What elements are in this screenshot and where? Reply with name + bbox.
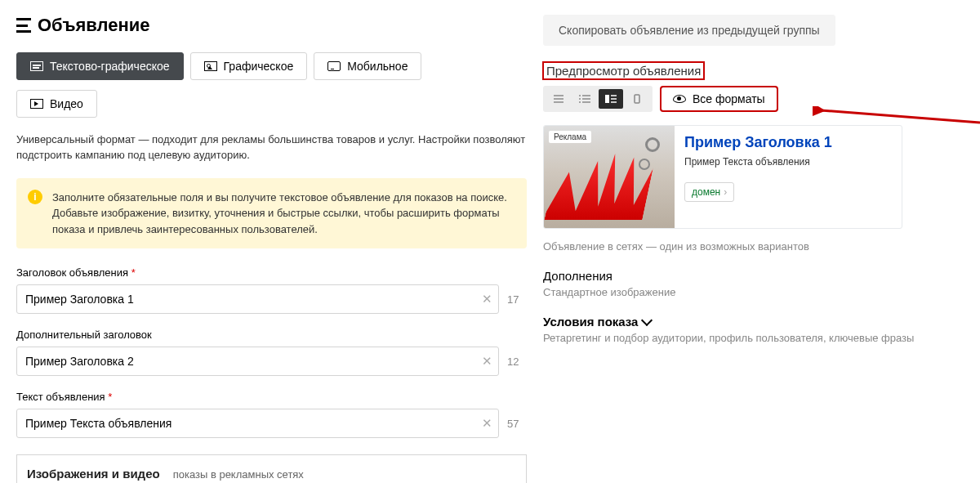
addons-title: Дополнения — [543, 269, 964, 283]
eye-icon — [673, 95, 686, 103]
title1-counter: 17 — [507, 293, 527, 306]
copy-previous-button[interactable]: Скопировать объявление из предыдущей гру… — [543, 15, 835, 46]
annotation-arrow — [813, 106, 980, 131]
title2-counter: 12 — [507, 356, 527, 368]
title1-label: Заголовок объявления * — [16, 266, 527, 279]
all-formats-button[interactable]: Все форматы — [661, 87, 777, 111]
mobile-icon — [327, 61, 341, 71]
addons-text: Стандартное изображение — [543, 286, 964, 298]
view-device[interactable] — [625, 89, 649, 109]
ad-preview-image: Реклама — [544, 126, 675, 228]
text-input[interactable] — [16, 409, 499, 438]
clear-icon[interactable]: ✕ — [482, 354, 492, 369]
tab-video[interactable]: Видео — [16, 90, 97, 118]
clear-icon[interactable]: ✕ — [482, 292, 492, 306]
image-icon — [204, 61, 217, 71]
ad-preview-title[interactable]: Пример Заголовка 1 — [684, 134, 892, 151]
info-text: Заполните обязательные поля и вы получит… — [52, 191, 507, 235]
ad-label-badge: Реклама — [549, 131, 591, 143]
text-graphic-icon — [30, 61, 43, 71]
tab-label: Видео — [50, 97, 83, 110]
video-icon — [30, 99, 43, 109]
tab-label: Графическое — [224, 60, 294, 73]
conditions-text: Ретаргетинг и подбор аудитории, профиль … — [543, 332, 964, 344]
ad-preview-domain[interactable]: домен — [684, 182, 734, 202]
svg-rect-13 — [635, 95, 639, 103]
svg-line-14 — [821, 110, 980, 123]
view-list2[interactable] — [572, 89, 597, 109]
view-mode-buttons — [543, 86, 653, 112]
images-video-section: Изображения и видео показы в рекламных с… — [16, 454, 527, 483]
ad-preview-text: Пример Текста объявления — [684, 156, 892, 168]
tab-graphic[interactable]: Графическое — [190, 52, 308, 80]
preview-title: Предпросмотр объявления — [543, 62, 704, 79]
info-icon: i — [28, 190, 42, 204]
chevron-down-icon — [641, 314, 653, 325]
view-list1[interactable] — [546, 89, 571, 109]
page-title: Объявление — [38, 15, 150, 36]
clear-icon[interactable]: ✕ — [482, 416, 492, 431]
view-card[interactable] — [599, 89, 623, 109]
svg-rect-9 — [605, 95, 609, 103]
title1-input[interactable] — [16, 284, 499, 314]
tab-text-graphic[interactable]: Текстово-графическое — [16, 52, 184, 80]
collapse-icon[interactable] — [16, 18, 31, 33]
conditions-toggle[interactable]: Условия показа — [543, 315, 651, 329]
title2-input[interactable] — [16, 347, 499, 376]
tab-label: Мобильное — [347, 60, 408, 73]
preview-note: Объявление в сетях — один из возможных в… — [543, 240, 964, 253]
title2-label: Дополнительный заголовок — [16, 329, 527, 341]
text-label: Текст объявления * — [16, 391, 527, 403]
tab-mobile[interactable]: Мобильное — [314, 52, 421, 80]
ad-preview-card: Реклама Пример Заголовка 1 Пример Текста… — [543, 125, 902, 229]
tab-label: Текстово-графическое — [50, 60, 170, 73]
info-box: i Заполните обязательные поля и вы получ… — [16, 178, 527, 249]
format-description: Универсальный формат — подходит для рекл… — [16, 132, 527, 163]
text-counter: 57 — [507, 418, 527, 430]
